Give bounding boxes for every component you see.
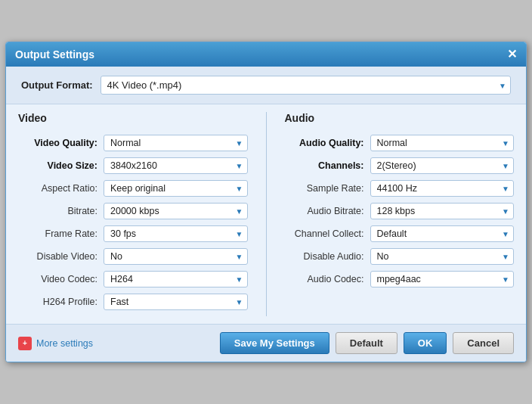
dialog-title: Output Settings [15,48,94,61]
video-quality-control: Normal [104,135,248,151]
audio-codec-select[interactable]: mpeg4aac [370,271,515,287]
video-codec-row: Video Codec: H264 [18,271,248,287]
audio-quality-control: Normal [370,135,515,151]
output-settings-dialog: Output Settings ✕ Output Format: 4K Vide… [5,42,527,362]
sample-rate-row: Sample Rate: 44100 Hz [285,180,515,197]
output-format-select[interactable]: 4K Video (*.mp4) [101,76,511,95]
audio-quality-row: Audio Quality: Normal [285,135,515,151]
aspect-ratio-label: Aspect Ratio: [18,183,97,194]
bitrate-label: Bitrate: [18,206,97,216]
video-size-label: Video Size: [18,160,97,171]
disable-audio-label: Disable Audio: [285,251,364,262]
default-button[interactable]: Default [336,332,397,354]
frame-rate-control: 30 fps [104,225,248,242]
audio-quality-label: Audio Quality: [285,138,364,148]
video-quality-row: Video Quality: Normal [18,135,248,151]
audio-bitrate-label: Audio Bitrate: [285,206,364,216]
aspect-ratio-row: Aspect Ratio: Keep original [18,180,248,197]
cancel-button[interactable]: Cancel [453,332,514,354]
bitrate-row: Bitrate: 20000 kbps [18,203,248,219]
audio-codec-control: mpeg4aac [370,271,515,287]
more-settings-icon: + [18,337,32,350]
ok-button[interactable]: OK [404,332,447,354]
disable-audio-row: Disable Audio: No [285,248,515,265]
footer-buttons: Save My Settings Default OK Cancel [220,332,514,354]
h264-profile-select[interactable]: Fast [104,294,248,310]
sample-rate-select[interactable]: 44100 Hz [370,180,515,197]
audio-codec-label: Audio Codec: [285,274,364,284]
disable-video-label: Disable Video: [18,251,97,262]
title-bar: Output Settings ✕ [6,42,526,67]
channels-select[interactable]: 2(Stereo) [370,157,515,174]
channels-control: 2(Stereo) [370,157,515,174]
close-button[interactable]: ✕ [507,48,517,61]
output-format-label: Output Format: [21,79,93,91]
footer: + More settings Save My Settings Default… [6,324,526,362]
audio-panel: Audio Audio Quality: Normal Channels: 2(… [285,112,515,316]
channels-label: Channels: [285,160,364,171]
video-size-select[interactable]: 3840x2160 [104,157,248,174]
video-quality-select[interactable]: Normal [104,135,248,151]
disable-video-select[interactable]: No [104,248,248,265]
disable-video-control: No [104,248,248,265]
content-area: Video Video Quality: Normal Video Size: … [6,104,526,324]
h264-profile-label: H264 Profile: [18,297,97,307]
more-settings-label: More settings [36,338,93,349]
video-codec-select[interactable]: H264 [104,271,248,287]
more-settings-button[interactable]: + More settings [18,337,93,350]
bitrate-select[interactable]: 20000 kbps [104,203,248,219]
disable-audio-select[interactable]: No [370,248,515,265]
channel-collect-row: Channel Collect: Default [285,225,515,242]
video-size-row: Video Size: 3840x2160 [18,157,248,174]
sample-rate-control: 44100 Hz [370,180,515,197]
sample-rate-label: Sample Rate: [285,183,364,194]
frame-rate-select[interactable]: 30 fps [104,225,248,242]
h264-profile-control: Fast [104,294,248,310]
bitrate-control: 20000 kbps [104,203,248,219]
audio-bitrate-control: 128 kbps [370,203,515,219]
audio-codec-row: Audio Codec: mpeg4aac [285,271,515,287]
video-quality-label: Video Quality: [18,138,97,148]
audio-bitrate-row: Audio Bitrate: 128 kbps [285,203,515,219]
video-size-control: 3840x2160 [104,157,248,174]
frame-rate-row: Frame Rate: 30 fps [18,225,248,242]
aspect-ratio-select[interactable]: Keep original [104,180,248,197]
video-panel-title: Video [18,112,248,127]
video-panel: Video Video Quality: Normal Video Size: … [18,112,248,316]
channels-row: Channels: 2(Stereo) [285,157,515,174]
output-format-row: Output Format: 4K Video (*.mp4) [6,67,526,104]
aspect-ratio-control: Keep original [104,180,248,197]
frame-rate-label: Frame Rate: [18,228,97,239]
channel-collect-label: Channel Collect: [285,228,364,239]
audio-panel-title: Audio [285,112,515,127]
channel-collect-select[interactable]: Default [370,225,515,242]
video-codec-control: H264 [104,271,248,287]
disable-audio-control: No [370,248,515,265]
disable-video-row: Disable Video: No [18,248,248,265]
channel-collect-control: Default [370,225,515,242]
output-format-wrapper: 4K Video (*.mp4) [101,76,511,95]
save-settings-button[interactable]: Save My Settings [220,332,329,354]
h264-profile-row: H264 Profile: Fast [18,294,248,310]
video-codec-label: Video Codec: [18,274,97,284]
audio-bitrate-select[interactable]: 128 kbps [370,203,515,219]
audio-quality-select[interactable]: Normal [370,135,515,151]
panel-divider [266,112,267,316]
